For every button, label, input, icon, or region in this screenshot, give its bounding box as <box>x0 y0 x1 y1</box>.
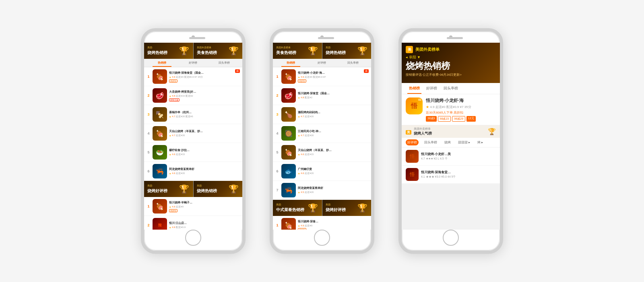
banner-p2-chinese[interactable]: 美团· 中式菜肴热销榜 🏆 <box>273 200 322 216</box>
banner-bbq-good[interactable]: 美团· 烧烤好评榜 🏆 <box>144 181 193 197</box>
trophy-small-icon: 🏆 <box>488 128 496 135</box>
sub-tab-roast[interactable]: 烤 ▸ <box>476 139 485 145</box>
featured-star: ★ <box>426 105 429 109</box>
small-name-1: 悟川烧烤·小龙虾…美 <box>421 152 496 156</box>
tag-2: 新客立减 <box>169 98 180 102</box>
rest-info-p2-5: 天仙山烧烤（羊某某、炒… ★ 4.6 起送¥15 <box>298 148 369 157</box>
score-4: 4.7 <box>172 134 175 137</box>
list-item[interactable]: 2 辣 悟川·江山店… ★ 4.9 配送¥0.9 <box>144 216 242 230</box>
banner-food-hot[interactable]: 美团外卖榜单 美食热销榜 🏆 <box>194 43 243 59</box>
list-item[interactable]: 1 🍖 悟川烧烤·羊蝎子… ★ 4.9 起送¥0 高折扣 <box>144 197 242 216</box>
star-p2-3: ★ <box>298 115 300 118</box>
tab-return-1[interactable]: 回头率榜 <box>209 59 240 67</box>
list-item[interactable]: 3 🍢 喜锅作串（杭州… ★ 4.7 起送¥20 配送¥3 <box>144 105 242 124</box>
list-item[interactable]: 2 🥩 悟川烧烤·深食堂（国金… ★ 4.8 配送¥2 <box>273 86 371 105</box>
rest-name-4: 天仙山烧烤（羊某某、炒… <box>169 129 240 133</box>
del-p2-3: 起送¥20 <box>305 115 314 118</box>
rest-name-2: 大圣烧烤·烤室里(好… <box>169 90 240 94</box>
small-img-2: 悟 <box>406 168 419 181</box>
star-icon-1: ★ <box>169 76 171 79</box>
rest-info-2: 大圣烧烤·烤室里(好… ★ 4.8 起送¥15 配送¥2 新客立减 <box>169 90 240 102</box>
banner-bbq-hot[interactable]: 美团· 烧烤热销榜 🏆 <box>144 43 193 59</box>
banner-p2-bbq[interactable]: 美团· 烧烤热销榜 🏆 <box>322 43 372 59</box>
featured-rank-number: 01 <box>418 98 421 101</box>
sub-tab-bbq[interactable]: 烧烤 <box>443 139 452 145</box>
rank-s1: 1 <box>147 204 151 208</box>
list-item[interactable]: 1 🍖 悟川烧烤·深食… ★ 4.9 起送¥0 高折扣 <box>273 216 371 230</box>
score-p2-5: 4.6 <box>301 153 304 156</box>
list-item[interactable]: 5 🍖 天仙山烧烤（羊某某、炒… ★ 4.6 起送¥15 <box>273 143 371 162</box>
trophy-icon-1: 🏆 <box>179 45 190 56</box>
rank-p2-3: 3 <box>275 112 279 116</box>
list-item[interactable]: 1 🍖 悟川烧烤·小龙虾·海… ★ 4.9 起送¥0 配送¥0.9 ¥7 高折扣 <box>273 67 371 86</box>
list-item[interactable]: 悟 悟川烧烤·深海食堂… 4.1 ★★★ ¥3.0 ¥5.0 44 5千 <box>402 166 500 184</box>
sub-tab-return[interactable]: 回头率榜 <box>423 139 439 145</box>
rest-name-6: 阿龙烧烤骨某简单虾 <box>169 167 240 171</box>
list-item[interactable]: 6 🐟 广州鲫仔煲 ★ 4.6 起送¥20 <box>273 162 371 181</box>
banner-title-4: 烧烤热销榜 <box>197 188 228 194</box>
list-item[interactable]: 1 🍖 悟川烧烤·深海食堂（国金… ★ 4.9 起送¥0 配送¥0.9 ¥7 3… <box>144 67 242 86</box>
banner-p2-bbq-good[interactable]: 美团· 烧烤好评榜 🏆 <box>322 200 372 216</box>
rest-info-3: 喜锅作串（杭州… ★ 4.7 起送¥20 配送¥3 <box>169 110 240 119</box>
banner-title-3: 烧烤好评榜 <box>147 188 179 194</box>
banner-cat-4: 美团· <box>197 184 228 188</box>
small-img-1: 悟 <box>406 150 419 163</box>
banner-p2-food[interactable]: 美团外卖榜单 美食热销榜 🏆 <box>273 43 322 59</box>
banner-title-p2-3: 中式菜肴热销榜 <box>276 207 308 213</box>
banner-cat-p2-1: 美团外卖榜单 <box>276 46 308 50</box>
double-banner-p2-2: 美团· 中式菜肴热销榜 🏆 美团· 烧烤好评榜 🏆 <box>273 200 371 216</box>
del-p2-1: 起送¥0 配送¥0.9 ¥7 <box>305 75 326 79</box>
banner-bbq-hot2[interactable]: 美团· 烧烤热销榜 🏆 <box>194 181 243 197</box>
sub-tab-good[interactable]: 好评榜 <box>406 139 419 145</box>
featured-restaurant[interactable]: 悟 01 悟川烧烤·小龙虾·海 ★ 4.9 起送¥0 配送¥0.9 ¥7 35分… <box>402 94 500 125</box>
featured-rank-img: 悟 01 <box>406 97 423 114</box>
phone-screen-3: 美 美团外卖榜单 ◂ 阜阳 ▼ 烧烤热销榜 按销量评选·公正不收费·06月26日… <box>402 43 500 230</box>
tab-hot-detail[interactable]: 热销榜 <box>406 83 423 94</box>
banner-left-3: 美团· 烧烤好评榜 <box>147 184 179 194</box>
score-5: 4.6 <box>172 153 175 156</box>
list-item[interactable]: 4 🍖 天仙山烧烤（羊某某、炒… ★ 4.7 起送¥20 <box>144 124 242 143</box>
banner-title-2: 美食热销榜 <box>197 50 228 56</box>
list-item[interactable]: 3 🍗 滁阳烤肉剁剁鸡… ★ 4.7 起送¥20 <box>273 105 371 124</box>
rest-rating-s2: ★ 4.9 配送¥0.9 <box>169 226 240 229</box>
rest-img-2: 🥩 <box>153 88 167 103</box>
rest-rating-p2-4: ★ 4.7 起送¥20 <box>298 134 369 137</box>
app-name-detail: 美团外卖榜单 <box>415 47 440 52</box>
rest-rating-3: ★ 4.7 起送¥20 配送¥3 <box>169 115 240 118</box>
tab-return-p2[interactable]: 回头率榜 <box>338 59 369 67</box>
rest-img-p2-4: 🥘 <box>281 126 296 141</box>
score-p2-2: 4.8 <box>301 96 304 99</box>
banner-logo-small: 美 <box>406 130 411 135</box>
tab-hot-1[interactable]: 热销榜 <box>147 59 178 67</box>
rank-p2-5: 5 <box>275 150 279 154</box>
subtitle-detail[interactable]: 按销量评选·公正不收费·06月26日更新 > <box>406 73 496 77</box>
double-banner-1: 美团· 烧烤热销榜 🏆 美团外卖榜单 美食热销榜 🏆 <box>144 43 242 59</box>
score-p2-4: 4.7 <box>301 134 304 137</box>
list-item[interactable]: 6 🦐 阿龙烧烤骨某简单虾 ★ 4.6 起送¥20 <box>144 162 242 181</box>
list-item[interactable]: 悟 悟川烧烤·小龙虾…美 4.7 ★★★ ¥2 L 4.5 千 <box>402 147 500 166</box>
list-item[interactable]: 2 🥩 大圣烧烤·烤室里(好… ★ 4.8 起送¥15 配送¥2 新客立减 <box>144 86 242 105</box>
tab-return-detail[interactable]: 回头率榜 <box>440 83 461 94</box>
list-item[interactable]: 4 🥘 江南民间小吃·神… ★ 4.7 起送¥20 <box>273 124 371 143</box>
tab-good-1[interactable]: 好评榜 <box>178 59 208 67</box>
banner-label: 美团外卖榜单 <box>414 127 485 131</box>
small-banner[interactable]: 美 美团外卖榜单 烧烤人气榜 🏆 <box>402 125 500 138</box>
tab-hot-p2[interactable]: 热销榜 <box>275 59 306 67</box>
del-s2: 配送¥0.9 <box>176 226 186 229</box>
list-item[interactable]: 5 🥗 檬柠轻食·沙拉… ★ 4.6 起送¥15 <box>144 143 242 162</box>
list-item[interactable]: 7 🦐 阿龙烧烤骨某简单虾 ★ 4.5 起送¥20 <box>273 181 371 200</box>
banner-left-2: 美团外卖榜单 美食热销榜 <box>197 46 228 56</box>
tab-good-detail[interactable]: 好评榜 <box>423 83 440 94</box>
rest-info-p2-b1: 悟川烧烤·深食… ★ 4.9 起送¥0 高折扣 <box>298 220 369 230</box>
tab-good-p2[interactable]: 好评榜 <box>306 59 337 67</box>
city-detail[interactable]: ◂ 阜阳 ▼ <box>406 55 496 60</box>
rest-name-p2-5: 天仙山烧烤（羊某某、炒… <box>298 148 369 152</box>
sub-tab-sweet[interactable]: 甜甜甜 ▸ <box>456 139 472 145</box>
tab-row-1: 热销榜 好评榜 回头率榜 <box>144 59 242 67</box>
rank-5: 5 <box>147 150 151 154</box>
rest-name-p2-6: 广州鲫仔煲 <box>298 167 369 171</box>
star-p2-6: ★ <box>298 172 300 175</box>
rest-name-p2-2: 悟川烧烤·深食堂（国金… <box>298 91 369 95</box>
rank-s2: 2 <box>147 223 151 227</box>
rank-p2-6: 6 <box>275 169 279 173</box>
